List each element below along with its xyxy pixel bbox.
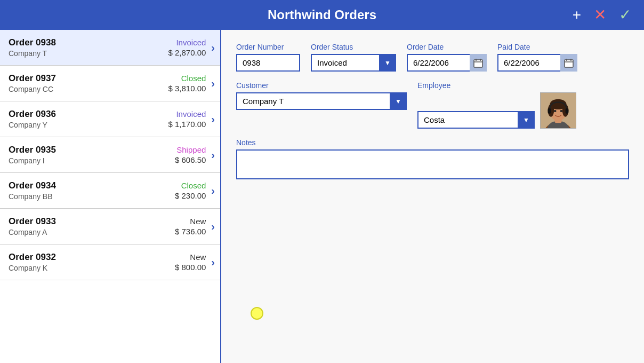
order-company: Company K [9, 264, 175, 272]
order-title: Order 0936 [9, 109, 168, 120]
order-list-item[interactable]: Order 0936 Company Y Invoiced $ 1,170.00… [0, 101, 220, 137]
notes-group: Notes [236, 138, 629, 179]
order-title: Order 0933 [9, 216, 175, 227]
order-date-wrapper [407, 54, 487, 72]
order-right: Invoiced $ 1,170.00 [168, 109, 206, 129]
order-list-item[interactable]: Order 0932 Company K New $ 800.00 › [0, 244, 220, 280]
order-chevron[interactable]: › [211, 77, 215, 90]
order-chevron[interactable]: › [211, 42, 215, 54]
svg-point-17 [560, 110, 562, 112]
order-list-item[interactable]: Order 0935 Company I Shipped $ 606.50 › [0, 137, 220, 173]
order-list-item[interactable]: Order 0933 Company A New $ 736.00 › [0, 209, 220, 244]
cancel-button[interactable]: ✕ [590, 5, 610, 25]
order-list-item[interactable]: Order 0934 Company BB Closed $ 230.00 › [0, 173, 220, 209]
order-status: Closed [168, 74, 206, 83]
order-list-panel: Order 0938 Company T Invoiced $ 2,870.00… [0, 30, 221, 363]
main-content: Order 0938 Company T Invoiced $ 2,870.00… [0, 30, 644, 363]
order-status: Closed [175, 181, 206, 190]
order-info: Order 0937 Company CC [9, 73, 168, 93]
order-date-label: Order Date [407, 43, 487, 51]
order-status: Invoiced [168, 109, 206, 119]
order-info: Order 0938 Company T [9, 37, 168, 58]
order-amount: $ 800.00 [175, 263, 206, 272]
header-actions: + ✕ ✓ [568, 5, 635, 25]
customer-select[interactable]: Company T Company CC Company Y Company I… [236, 92, 407, 110]
order-status-select-wrapper: Invoiced New Shipped Closed [311, 54, 396, 72]
employee-select-wrapper: Costa Davolio Fuller Leverling Peacock [417, 111, 535, 129]
app-container: Northwind Orders + ✕ ✓ Order 0938 Compan… [0, 0, 644, 363]
svg-rect-18 [548, 108, 551, 114]
form-row-2: Customer Company T Company CC Company Y … [236, 81, 629, 129]
order-date-group: Order Date [407, 43, 487, 72]
header: Northwind Orders + ✕ ✓ [0, 0, 644, 30]
order-company: Company BB [9, 192, 175, 201]
order-right: New $ 736.00 [175, 217, 206, 236]
notes-textarea[interactable] [236, 149, 629, 179]
order-chevron[interactable]: › [211, 220, 215, 233]
order-status-label: Order Status [311, 43, 396, 51]
svg-rect-0 [474, 60, 482, 67]
order-title: Order 0934 [9, 180, 175, 191]
detail-panel: Order Number Order Status Invoiced New S… [221, 30, 644, 363]
order-right: Shipped $ 606.50 [175, 145, 206, 164]
order-right: Closed $ 230.00 [175, 181, 206, 200]
order-info: Order 0934 Company BB [9, 180, 175, 201]
order-list-item[interactable]: Order 0938 Company T Invoiced $ 2,870.00… [0, 30, 220, 66]
notes-label: Notes [236, 138, 629, 147]
order-title: Order 0938 [9, 37, 168, 48]
order-company: Company Y [9, 121, 168, 129]
order-info: Order 0933 Company A [9, 216, 175, 236]
order-title: Order 0935 [9, 145, 175, 155]
svg-rect-4 [565, 60, 573, 67]
order-right: Closed $ 3,810.00 [168, 74, 206, 93]
order-company: Company CC [9, 85, 168, 93]
order-number-input[interactable] [236, 54, 300, 72]
order-amount: $ 606.50 [175, 155, 206, 164]
order-right: Invoiced $ 2,870.00 [168, 38, 206, 57]
customer-label: Customer [236, 81, 407, 90]
order-amount: $ 736.00 [175, 227, 206, 236]
order-chevron[interactable]: › [211, 149, 215, 161]
order-status-select[interactable]: Invoiced New Shipped Closed [311, 54, 396, 72]
paid-date-group: Paid Date [497, 43, 577, 72]
order-chevron[interactable]: › [211, 256, 215, 269]
order-chevron[interactable]: › [211, 113, 215, 125]
form-row-1: Order Number Order Status Invoiced New S… [236, 43, 629, 72]
order-status: Invoiced [168, 38, 206, 47]
employee-photo [540, 92, 576, 129]
paid-date-wrapper [497, 54, 577, 72]
order-status-group: Order Status Invoiced New Shipped Closed [311, 43, 396, 72]
order-right: New $ 800.00 [175, 252, 206, 272]
order-info: Order 0935 Company I [9, 145, 175, 165]
order-info: Order 0932 Company K [9, 252, 175, 272]
order-title: Order 0937 [9, 73, 168, 84]
order-amount: $ 230.00 [175, 191, 206, 200]
order-status: New [175, 217, 206, 226]
order-amount: $ 1,170.00 [168, 120, 206, 129]
customer-select-wrapper: Company T Company CC Company Y Company I… [236, 92, 407, 110]
add-button[interactable]: + [568, 5, 585, 25]
order-company: Company A [9, 228, 175, 236]
order-amount: $ 3,810.00 [168, 84, 206, 93]
order-list-item[interactable]: Order 0937 Company CC Closed $ 3,810.00 … [0, 66, 220, 101]
employee-group: Employee Costa Davolio Fuller Leverling … [417, 81, 576, 129]
order-company: Company I [9, 156, 175, 165]
order-number-label: Order Number [236, 43, 300, 51]
employee-label: Employee [417, 81, 576, 90]
order-status: Shipped [175, 145, 206, 154]
app-title: Northwind Orders [268, 7, 376, 22]
svg-point-16 [554, 110, 557, 112]
customer-group: Customer Company T Company CC Company Y … [236, 81, 407, 110]
order-info: Order 0936 Company Y [9, 109, 168, 129]
order-company: Company T [9, 49, 168, 58]
order-date-icon[interactable] [470, 54, 487, 72]
order-chevron[interactable]: › [211, 185, 215, 197]
employee-section: Costa Davolio Fuller Leverling Peacock [417, 92, 576, 129]
paid-date-icon[interactable] [560, 54, 577, 72]
employee-select[interactable]: Costa Davolio Fuller Leverling Peacock [417, 111, 535, 129]
svg-rect-19 [566, 108, 569, 114]
order-amount: $ 2,870.00 [168, 48, 206, 57]
confirm-button[interactable]: ✓ [615, 5, 635, 25]
order-number-group: Order Number [236, 43, 300, 72]
order-status: New [175, 252, 206, 262]
